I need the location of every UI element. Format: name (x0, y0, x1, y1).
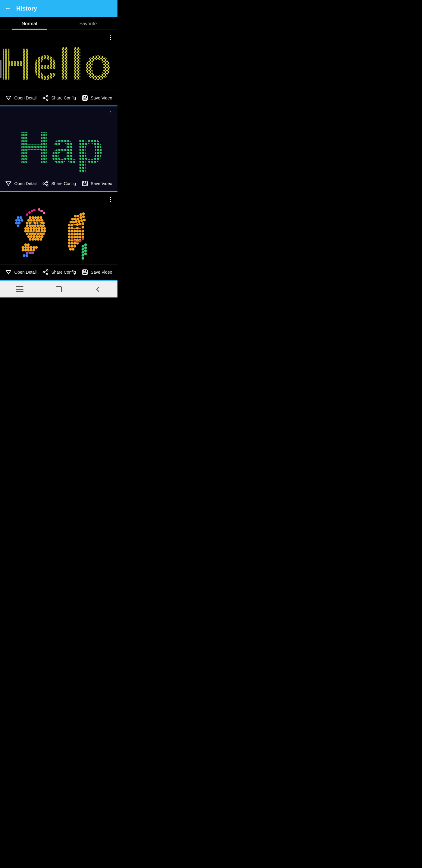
svg-point-107 (17, 224, 20, 227)
tab-bar: Normal Favorite (0, 17, 118, 30)
svg-point-102 (15, 219, 18, 222)
svg-point-125 (26, 254, 28, 257)
svg-point-104 (21, 219, 24, 222)
svg-point-100 (17, 216, 20, 219)
svg-point-50 (29, 222, 31, 224)
menu-nav-button[interactable] (10, 283, 29, 296)
page-title: History (16, 5, 37, 12)
svg-point-32 (28, 211, 31, 214)
more-menu-button-3[interactable]: ⋮ (107, 195, 114, 203)
svg-point-117 (24, 249, 27, 252)
svg-point-133 (79, 216, 82, 219)
svg-point-134 (82, 216, 85, 218)
svg-point-177 (71, 242, 73, 245)
svg-rect-3 (1, 36, 116, 87)
svg-point-131 (74, 218, 77, 221)
svg-point-5 (47, 96, 48, 97)
svg-point-168 (76, 236, 79, 239)
save-video-button-3[interactable]: Save Video (82, 269, 112, 276)
svg-point-204 (47, 273, 48, 275)
more-menu-button-2[interactable]: ⋮ (107, 110, 114, 117)
open-detail-button-3[interactable]: Open Detail (5, 269, 36, 276)
svg-point-141 (68, 224, 71, 227)
svg-point-40 (34, 216, 37, 219)
svg-point-59 (34, 224, 37, 227)
svg-point-198 (76, 241, 78, 243)
svg-point-116 (22, 249, 24, 252)
svg-point-129 (82, 213, 85, 215)
svg-point-188 (84, 247, 87, 249)
bottom-navigation (0, 281, 118, 298)
svg-point-82 (34, 233, 37, 236)
svg-point-180 (68, 245, 71, 248)
share-config-button-1[interactable]: Share Config (42, 95, 76, 101)
tab-normal[interactable]: Normal (0, 17, 59, 30)
svg-point-153 (68, 230, 71, 233)
svg-point-67 (35, 227, 38, 230)
triangle-icon-3 (5, 269, 12, 276)
svg-point-121 (26, 252, 29, 254)
svg-point-136 (72, 221, 75, 224)
svg-point-138 (78, 220, 80, 223)
svg-point-71 (24, 230, 27, 233)
open-detail-button-1[interactable]: Open Detail (5, 95, 36, 101)
svg-point-193 (82, 257, 84, 260)
svg-point-119 (30, 249, 33, 252)
svg-point-35 (38, 208, 40, 211)
svg-point-160 (71, 233, 73, 236)
svg-point-79 (26, 233, 29, 236)
svg-point-94 (34, 238, 37, 241)
svg-point-101 (20, 216, 22, 219)
svg-point-55 (42, 222, 45, 224)
svg-point-20 (43, 183, 44, 184)
svg-point-113 (30, 246, 33, 249)
svg-rect-17 (0, 113, 118, 173)
save-video-button-2[interactable]: Save Video (82, 180, 112, 187)
home-nav-button[interactable] (50, 283, 68, 296)
svg-point-46 (36, 219, 38, 222)
svg-point-34 (33, 209, 36, 211)
svg-point-90 (38, 236, 41, 238)
open-detail-button-2[interactable]: Open Detail (5, 180, 36, 187)
svg-point-114 (33, 246, 35, 249)
hello-canvas-area: Hello (0, 30, 118, 90)
svg-rect-12 (83, 98, 87, 100)
svg-point-87 (30, 236, 33, 238)
svg-point-195 (78, 225, 82, 228)
more-menu-button-1[interactable]: ⋮ (107, 33, 114, 41)
svg-point-186 (84, 244, 87, 246)
svg-point-72 (27, 230, 30, 233)
svg-point-111 (24, 246, 27, 249)
svg-point-165 (68, 236, 71, 239)
svg-point-92 (29, 238, 32, 241)
svg-point-105 (15, 222, 18, 224)
svg-point-187 (82, 248, 84, 251)
svg-point-181 (71, 245, 73, 248)
svg-point-83 (37, 233, 39, 236)
svg-point-7 (47, 99, 48, 101)
svg-rect-213 (16, 291, 24, 292)
svg-point-128 (79, 213, 82, 216)
svg-point-66 (33, 227, 35, 230)
svg-point-184 (72, 248, 75, 251)
svg-point-157 (79, 230, 82, 233)
back-nav-button[interactable] (89, 283, 107, 296)
svg-point-33 (31, 210, 33, 212)
svg-point-64 (27, 227, 30, 230)
share-icon-3 (42, 269, 49, 276)
svg-point-148 (71, 227, 73, 230)
save-video-button-1[interactable]: Save Video (82, 95, 112, 101)
svg-point-95 (37, 238, 40, 241)
svg-point-159 (68, 233, 71, 236)
back-button[interactable]: ← (5, 4, 11, 12)
action-bar-2: Open Detail Share Config Save Video (0, 176, 118, 191)
svg-point-89 (36, 236, 38, 238)
share-config-button-2[interactable]: Share Config (42, 180, 76, 187)
svg-point-70 (43, 227, 46, 230)
hap-svg: Hap (0, 113, 118, 173)
share-icon-1 (42, 95, 49, 101)
tab-favorite[interactable]: Favorite (59, 17, 118, 30)
share-config-button-3[interactable]: Share Config (42, 269, 76, 276)
hello-svg: Hello (1, 36, 116, 87)
card-hello: ⋮ Hello Open Detail (0, 30, 118, 106)
